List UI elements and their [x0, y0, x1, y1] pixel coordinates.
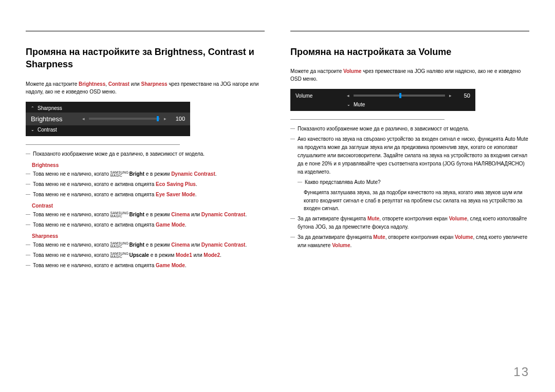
note-sharpness-2: Това меню не е налично, когато SAMSUNGMA…	[26, 251, 265, 259]
note-sharpness-3: Това меню не е налично, когато е активна…	[26, 262, 265, 270]
heading-brightness-contrast-sharpness: Промяна на настройките за Brightness, Co…	[26, 46, 265, 71]
triangle-left-icon: ◂	[82, 116, 85, 121]
right-column: Промяна на настройката за Volume Можете …	[290, 31, 529, 272]
osd-value: 50	[456, 92, 470, 99]
divider	[26, 144, 180, 145]
note-model-vary-r: Показаното изображение може да е различн…	[290, 125, 529, 133]
chevron-down-icon: ⌄	[347, 102, 350, 107]
triangle-right-icon: ▸	[449, 93, 452, 98]
slider-track	[89, 118, 160, 120]
note-contrast-2: Това меню не е налично, когато е активна…	[26, 221, 265, 229]
osd-vol-down: ⌄ Mute	[290, 100, 475, 109]
note-auto-mute-a: Функцията заглушава звука, за да подобри…	[290, 189, 529, 213]
osd-row-up: ⌃ Sharpness	[26, 104, 190, 113]
note-auto-mute: Ако качеството на звука на свързано устр…	[290, 135, 529, 176]
triangle-left-icon: ◂	[347, 93, 349, 98]
label-sharpness: Sharpness	[32, 233, 265, 239]
intro-left: Можете да настроите Brightness, Contrast…	[26, 80, 265, 96]
note-brightness-2: Това меню не е налично, когато е активна…	[26, 180, 265, 189]
divider	[290, 119, 445, 120]
osd-value: 100	[171, 116, 185, 122]
chevron-down-icon: ⌄	[31, 127, 34, 132]
slider-track	[354, 95, 445, 97]
osd-brightness-widget: ⌃ Sharpness Brightness ◂ ▸ 100 ⌄ Contras…	[26, 102, 190, 136]
osd-volume-widget: Volume ◂ ▸ 50 ⌄ Mute	[290, 89, 475, 111]
heading-volume: Промяна на настройката за Volume	[290, 46, 529, 58]
chevron-up-icon: ⌃	[31, 106, 34, 110]
intro-right: Можете да настроите Volume чрез преместв…	[290, 67, 529, 83]
note-model-vary: Показаното изображение може да е различн…	[26, 150, 265, 158]
osd-volume-slider: ◂ ▸ 50	[347, 92, 470, 99]
osd-row-focus: Brightness ◂ ▸ 100	[26, 113, 190, 125]
note-brightness-1: Това меню не е налично, когато SAMSUNGMA…	[26, 170, 265, 178]
page-number: 13	[513, 365, 529, 379]
triangle-right-icon: ▸	[164, 116, 166, 121]
label-brightness: Brightness	[32, 162, 265, 168]
label-contrast: Contrast	[32, 203, 265, 209]
slider-handle	[157, 116, 159, 121]
note-auto-mute-q: Какво представлява Auto Mute?	[290, 178, 529, 186]
note-brightness-3: Това меню не е налично, когато е активна…	[26, 191, 265, 199]
note-sharpness-1: Това меню не е налично, когато SAMSUNGMA…	[26, 241, 265, 249]
left-column: Промяна на настройките за Brightness, Co…	[26, 31, 265, 272]
osd-row-down: ⌄ Contrast	[26, 125, 190, 134]
note-mute-enable: За да активирате функцията Mute, отворет…	[290, 215, 529, 231]
osd-vol-row: Volume ◂ ▸ 50	[290, 91, 475, 100]
osd-slider: ◂ ▸ 100	[82, 116, 185, 122]
note-contrast-1: Това меню не е налично, когато SAMSUNGMA…	[26, 211, 265, 219]
note-mute-disable: За да деактивирате функцията Mute, отвор…	[290, 233, 529, 250]
slider-handle	[399, 93, 401, 98]
